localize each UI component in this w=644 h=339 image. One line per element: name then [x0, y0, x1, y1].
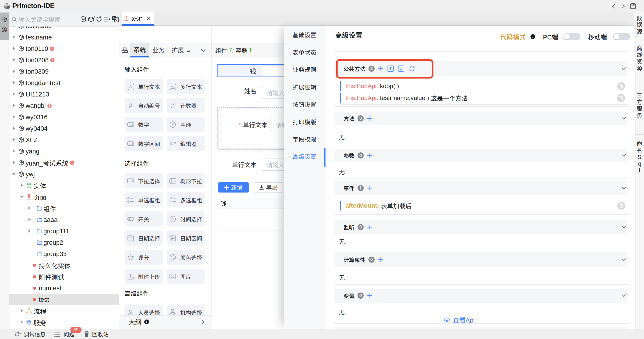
svg-text:1~3: 1~3: [128, 142, 133, 146]
svg-text:¥: ¥: [172, 122, 174, 127]
svg-text:AI: AI: [82, 18, 84, 21]
svg-text:A: A: [171, 84, 174, 88]
svg-text:En: En: [113, 17, 116, 20]
svg-text:123: 123: [128, 123, 133, 126]
svg-text:#: #: [129, 102, 132, 109]
svg-text:A: A: [170, 141, 173, 146]
svg-text:A: A: [129, 84, 132, 89]
